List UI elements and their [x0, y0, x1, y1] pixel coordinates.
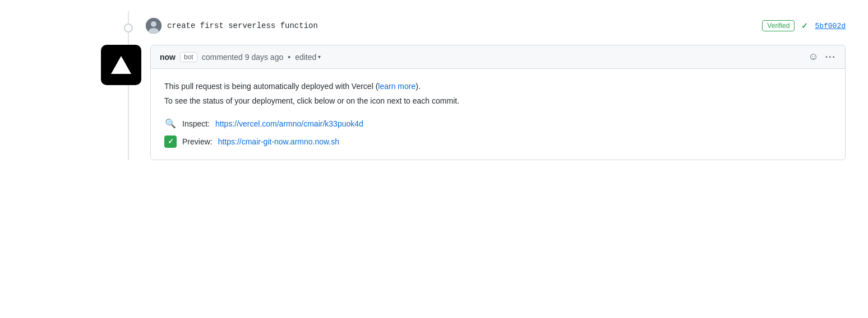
verified-badge: Verified	[762, 20, 795, 31]
chevron-down-icon: ▾	[318, 54, 321, 60]
learn-more-link[interactable]: learn more	[378, 82, 415, 91]
edited-dropdown[interactable]: edited ▾	[295, 53, 321, 62]
check-icon: ✓	[801, 21, 808, 30]
magnify-icon: 🔍	[164, 118, 177, 130]
preview-label: Preview:	[182, 135, 213, 148]
description-line2: To see the status of your deployment, cl…	[164, 95, 832, 107]
inspect-url[interactable]: https://vercel.com/armno/cmair/k33puok4d	[215, 118, 363, 130]
bot-avatar	[101, 45, 141, 85]
avatar-inner	[146, 18, 161, 34]
avatar	[146, 18, 161, 34]
preview-url[interactable]: https://cmair-git-now.armno.now.sh	[218, 135, 339, 148]
comment-header: now bot commented 9 days ago • edited ▾ …	[151, 45, 845, 69]
description-line1: This pull request is being automatically…	[164, 80, 832, 92]
inspect-label: Inspect:	[182, 118, 210, 130]
svg-point-1	[151, 21, 156, 27]
commit-hash[interactable]: 5bf002d	[815, 22, 846, 30]
more-options-button[interactable]: ···	[825, 52, 836, 62]
inspect-row: 🔍 Inspect: https://vercel.com/armno/cmai…	[164, 118, 832, 130]
page-container: create first serverless function Verifie…	[0, 0, 868, 318]
green-check-icon: ✓	[164, 135, 177, 148]
comment-body: This pull request is being automatically…	[151, 69, 845, 160]
commit-right: Verified ✓ 5bf002d	[762, 20, 846, 31]
comment-separator: •	[288, 53, 290, 62]
comment-links: 🔍 Inspect: https://vercel.com/armno/cmai…	[164, 118, 832, 148]
comment-header-right: ☺ ···	[808, 51, 836, 63]
emoji-button[interactable]: ☺	[808, 51, 818, 63]
comment-section: now bot commented 9 days ago • edited ▾ …	[101, 45, 846, 160]
vercel-triangle-icon	[111, 56, 131, 74]
comment-bubble: now bot commented 9 days ago • edited ▾ …	[150, 45, 846, 160]
comment-author[interactable]: now	[160, 53, 176, 62]
comment-header-left: now bot commented 9 days ago • edited ▾	[160, 52, 321, 62]
bot-badge: bot	[180, 52, 197, 62]
preview-row: ✓ Preview: https://cmair-git-now.armno.n…	[164, 135, 832, 148]
comment-meta-text: commented 9 days ago	[202, 53, 284, 62]
commit-dot	[124, 24, 133, 32]
edited-label: edited	[295, 53, 316, 62]
commit-row: create first serverless function Verifie…	[22, 11, 846, 45]
commit-info: create first serverless function	[146, 18, 762, 34]
commit-message: create first serverless function	[167, 21, 762, 30]
